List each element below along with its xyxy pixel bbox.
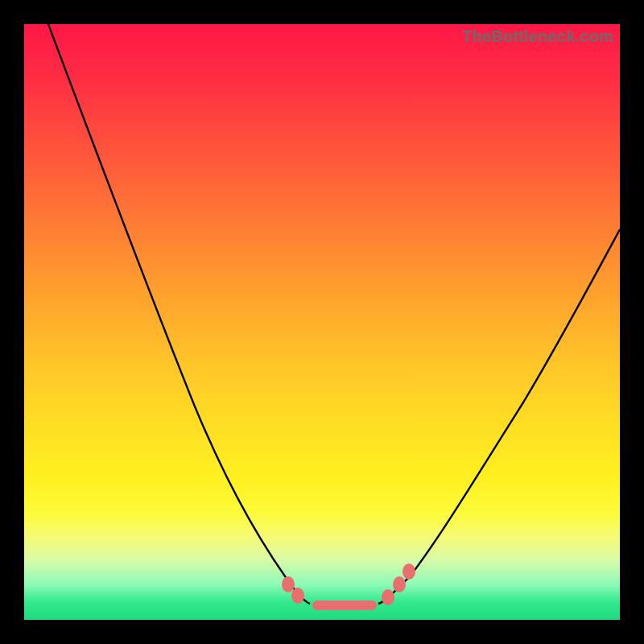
left-curve — [48, 24, 310, 604]
marker-dot — [291, 588, 304, 604]
marker-dot — [402, 564, 415, 580]
right-curve — [378, 229, 620, 604]
marker-pill — [312, 601, 377, 610]
chart-panel: TheBottleneck.com — [24, 24, 620, 620]
marker-dot — [393, 576, 406, 592]
marker-dot — [282, 576, 295, 592]
marker-dot — [382, 589, 394, 605]
chart-svg — [24, 24, 620, 620]
